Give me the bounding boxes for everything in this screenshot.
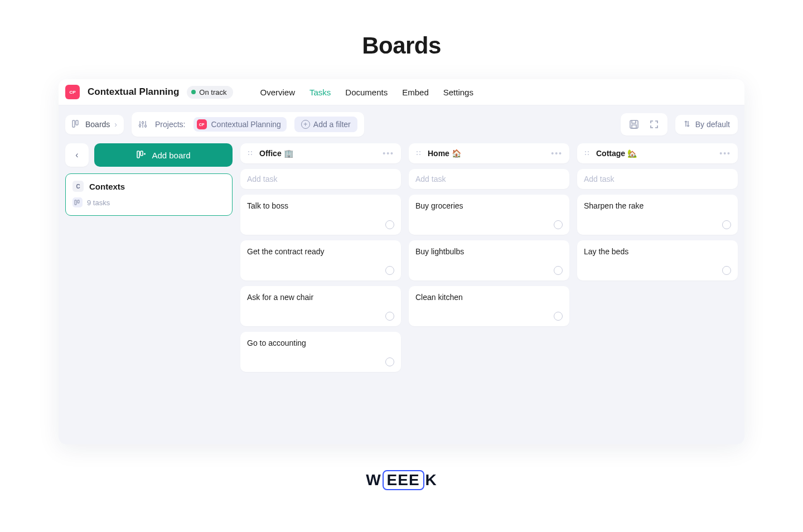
back-button[interactable]: ‹ bbox=[65, 143, 89, 167]
svg-point-15 bbox=[251, 151, 252, 152]
logo-w: W bbox=[366, 471, 381, 489]
expand-icon[interactable] bbox=[647, 118, 661, 131]
svg-point-20 bbox=[417, 154, 418, 155]
columns-area: Office 🏢•••Add taskTalk to bossGet the c… bbox=[240, 143, 738, 428]
svg-rect-10 bbox=[137, 151, 139, 158]
nav-documents[interactable]: Documents bbox=[345, 88, 388, 97]
board-avatar: C bbox=[72, 181, 84, 192]
task-complete-toggle[interactable] bbox=[722, 220, 731, 229]
task-complete-toggle[interactable] bbox=[385, 220, 394, 229]
main-nav: Overview Tasks Documents Embed Settings bbox=[260, 88, 473, 97]
svg-point-25 bbox=[588, 154, 589, 155]
task-title: Lay the beds bbox=[584, 247, 731, 256]
svg-point-16 bbox=[248, 154, 249, 155]
svg-point-23 bbox=[588, 151, 589, 152]
project-filter-name: Contextual Planning bbox=[211, 120, 281, 129]
drag-handle-icon[interactable] bbox=[584, 150, 591, 157]
task-title: Sharpen the rake bbox=[584, 201, 731, 210]
column-menu-icon[interactable]: ••• bbox=[719, 149, 731, 158]
svg-point-22 bbox=[585, 151, 586, 152]
weeek-logo: WEEEK bbox=[0, 470, 803, 490]
task-complete-toggle[interactable] bbox=[385, 266, 394, 275]
svg-point-21 bbox=[419, 154, 420, 155]
column: Office 🏢•••Add taskTalk to bossGet the c… bbox=[240, 143, 401, 428]
column-title: Home 🏠 bbox=[428, 149, 545, 158]
project-filter-tag[interactable]: CP Contextual Planning bbox=[194, 117, 287, 132]
svg-point-17 bbox=[251, 154, 252, 155]
task-card[interactable]: Go to accounting bbox=[240, 332, 401, 372]
save-icon[interactable] bbox=[627, 118, 641, 131]
side-panel: ‹ Add board C Contexts bbox=[65, 143, 233, 428]
task-title: Get the contract ready bbox=[247, 247, 394, 256]
projects-filter-label: Projects: bbox=[155, 120, 185, 129]
view-switcher[interactable]: Boards › bbox=[65, 115, 124, 134]
project-filter-chip: CP bbox=[197, 119, 207, 129]
nav-settings[interactable]: Settings bbox=[443, 88, 473, 97]
svg-point-19 bbox=[419, 151, 420, 152]
column-header[interactable]: Cottage 🏡••• bbox=[577, 143, 738, 163]
sort-arrows-icon bbox=[683, 119, 691, 130]
nav-tasks[interactable]: Tasks bbox=[309, 88, 331, 97]
column-header[interactable]: Office 🏢••• bbox=[240, 143, 401, 163]
nav-overview[interactable]: Overview bbox=[260, 88, 295, 97]
task-card[interactable]: Lay the beds bbox=[577, 240, 738, 280]
svg-point-14 bbox=[248, 151, 249, 152]
column-menu-icon[interactable]: ••• bbox=[383, 149, 394, 158]
task-card[interactable]: Buy groceries bbox=[409, 195, 569, 235]
task-title: Ask for a new chair bbox=[247, 293, 394, 302]
column-menu-icon[interactable]: ••• bbox=[551, 149, 563, 158]
svg-point-6 bbox=[142, 122, 143, 123]
add-board-button[interactable]: Add board bbox=[94, 143, 233, 167]
task-title: Go to accounting bbox=[247, 338, 394, 347]
sort-label: By default bbox=[695, 120, 730, 129]
task-card[interactable]: Sharpen the rake bbox=[577, 195, 738, 235]
task-card[interactable]: Get the contract ready bbox=[240, 240, 401, 280]
filters-bar: Projects: CP Contextual Planning + Add a… bbox=[132, 112, 364, 137]
task-card[interactable]: Buy lightbulbs bbox=[409, 240, 569, 280]
task-complete-toggle[interactable] bbox=[385, 312, 394, 321]
header-bar: CP Contextual Planning On track Overview… bbox=[59, 79, 744, 105]
task-complete-toggle[interactable] bbox=[554, 266, 563, 275]
project-status-pill[interactable]: On track bbox=[187, 86, 233, 99]
board-tasks-count: 9 tasks bbox=[87, 199, 110, 207]
task-card[interactable]: Ask for a new chair bbox=[240, 286, 401, 326]
chevron-right-icon: › bbox=[114, 120, 117, 129]
body: ‹ Add board C Contexts bbox=[59, 143, 744, 444]
board-title: Contexts bbox=[89, 182, 125, 191]
board-plus-icon bbox=[136, 149, 146, 161]
add-task-input[interactable]: Add task bbox=[409, 169, 569, 189]
column-title: Office 🏢 bbox=[259, 149, 377, 158]
plus-circle-icon: + bbox=[301, 120, 310, 129]
svg-rect-9 bbox=[632, 125, 636, 128]
task-title: Talk to boss bbox=[247, 201, 394, 210]
task-complete-toggle[interactable] bbox=[554, 312, 563, 321]
column: Home 🏠•••Add taskBuy groceriesBuy lightb… bbox=[409, 143, 569, 428]
column-title: Cottage 🏡 bbox=[596, 149, 714, 158]
column: Cottage 🏡•••Add taskSharpen the rakeLay … bbox=[577, 143, 738, 428]
task-complete-toggle[interactable] bbox=[722, 266, 731, 275]
project-chip[interactable]: CP bbox=[65, 85, 80, 99]
drag-handle-icon[interactable] bbox=[247, 150, 254, 157]
add-task-input[interactable]: Add task bbox=[240, 169, 401, 189]
sort-control[interactable]: By default bbox=[675, 115, 738, 134]
board-card[interactable]: C Contexts 9 tasks bbox=[65, 173, 233, 216]
svg-rect-0 bbox=[72, 120, 75, 127]
nav-embed[interactable]: Embed bbox=[402, 88, 429, 97]
column-header[interactable]: Home 🏠••• bbox=[409, 143, 569, 163]
task-complete-toggle[interactable] bbox=[554, 220, 563, 229]
task-card[interactable]: Talk to boss bbox=[240, 195, 401, 235]
task-card[interactable]: Clean kitchen bbox=[409, 286, 569, 326]
app-frame: CP Contextual Planning On track Overview… bbox=[59, 79, 744, 444]
add-task-input[interactable]: Add task bbox=[577, 169, 738, 189]
task-complete-toggle[interactable] bbox=[385, 357, 394, 366]
svg-point-5 bbox=[139, 124, 141, 126]
svg-point-24 bbox=[585, 154, 586, 155]
svg-point-18 bbox=[417, 151, 418, 152]
chevron-left-icon: ‹ bbox=[75, 150, 78, 160]
logo-eee: EEE bbox=[383, 470, 424, 490]
add-filter-button[interactable]: + Add a filter bbox=[294, 117, 357, 132]
drag-handle-icon[interactable] bbox=[415, 150, 422, 157]
view-label: Boards bbox=[85, 120, 110, 129]
svg-rect-12 bbox=[75, 200, 76, 205]
sliders-icon[interactable] bbox=[138, 120, 147, 129]
